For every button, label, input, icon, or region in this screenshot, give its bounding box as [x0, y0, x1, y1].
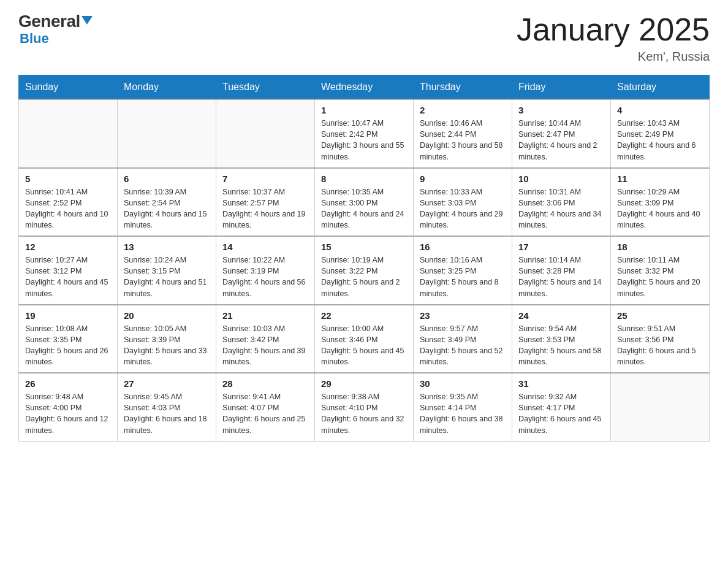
table-row: 18Sunrise: 10:11 AM Sunset: 3:32 PM Dayl…: [611, 236, 710, 305]
day-info: Sunrise: 10:27 AM Sunset: 3:12 PM Daylig…: [25, 255, 111, 299]
day-number: 16: [420, 242, 506, 252]
day-number: 13: [124, 242, 210, 252]
table-row: 4Sunrise: 10:43 AM Sunset: 2:49 PM Dayli…: [611, 99, 710, 168]
table-row: [118, 99, 216, 168]
page-header: General Blue January 2025 Kem', Russia: [18, 12, 710, 64]
day-info: Sunrise: 9:45 AM Sunset: 4:03 PM Dayligh…: [124, 391, 210, 436]
day-number: 24: [518, 310, 604, 321]
logo-triangle-icon: [82, 16, 93, 25]
table-row: 23Sunrise: 9:57 AM Sunset: 3:49 PM Dayli…: [414, 305, 512, 373]
day-info: Sunrise: 10:33 AM Sunset: 3:03 PM Daylig…: [420, 186, 506, 231]
table-row: 3Sunrise: 10:44 AM Sunset: 2:47 PM Dayli…: [512, 99, 611, 168]
day-info: Sunrise: 10:24 AM Sunset: 3:15 PM Daylig…: [124, 255, 210, 299]
table-row: 28Sunrise: 9:41 AM Sunset: 4:07 PM Dayli…: [216, 373, 315, 441]
day-number: 27: [124, 378, 210, 389]
table-row: 8Sunrise: 10:35 AM Sunset: 3:00 PM Dayli…: [315, 168, 414, 237]
day-info: Sunrise: 10:16 AM Sunset: 3:25 PM Daylig…: [420, 255, 506, 299]
day-number: 22: [321, 310, 407, 321]
day-number: 10: [518, 174, 604, 184]
day-number: 28: [222, 378, 308, 389]
day-info: Sunrise: 10:37 AM Sunset: 2:57 PM Daylig…: [222, 186, 308, 231]
table-row: 24Sunrise: 9:54 AM Sunset: 3:53 PM Dayli…: [512, 305, 611, 373]
header-sunday: Sunday: [19, 75, 118, 100]
day-info: Sunrise: 9:54 AM Sunset: 3:53 PM Dayligh…: [518, 323, 604, 368]
table-row: 9Sunrise: 10:33 AM Sunset: 3:03 PM Dayli…: [414, 168, 512, 237]
day-number: 29: [321, 378, 407, 389]
header-saturday: Saturday: [611, 75, 710, 100]
header-friday: Friday: [512, 75, 611, 100]
day-number: 2: [420, 105, 506, 115]
table-row: [611, 373, 710, 441]
table-row: 21Sunrise: 10:03 AM Sunset: 3:42 PM Dayl…: [216, 305, 315, 373]
day-info: Sunrise: 9:41 AM Sunset: 4:07 PM Dayligh…: [222, 391, 308, 436]
calendar-week-row: 12Sunrise: 10:27 AM Sunset: 3:12 PM Dayl…: [19, 236, 710, 305]
day-info: Sunrise: 10:47 AM Sunset: 2:42 PM Daylig…: [321, 118, 407, 163]
table-row: [19, 99, 118, 168]
table-row: 7Sunrise: 10:37 AM Sunset: 2:57 PM Dayli…: [216, 168, 315, 237]
table-row: 5Sunrise: 10:41 AM Sunset: 2:52 PM Dayli…: [19, 168, 118, 237]
day-number: 18: [617, 242, 703, 252]
day-info: Sunrise: 10:39 AM Sunset: 2:54 PM Daylig…: [124, 186, 210, 231]
table-row: 19Sunrise: 10:08 AM Sunset: 3:35 PM Dayl…: [19, 305, 118, 373]
day-number: 14: [222, 242, 308, 252]
table-row: 22Sunrise: 10:00 AM Sunset: 3:46 PM Dayl…: [315, 305, 414, 373]
day-number: 7: [222, 174, 308, 184]
day-info: Sunrise: 10:35 AM Sunset: 3:00 PM Daylig…: [321, 186, 407, 231]
table-row: 17Sunrise: 10:14 AM Sunset: 3:28 PM Dayl…: [512, 236, 611, 305]
logo-general-text: General: [18, 12, 93, 31]
day-info: Sunrise: 10:41 AM Sunset: 2:52 PM Daylig…: [25, 186, 111, 231]
calendar-week-row: 26Sunrise: 9:48 AM Sunset: 4:00 PM Dayli…: [19, 373, 710, 441]
day-info: Sunrise: 10:22 AM Sunset: 3:19 PM Daylig…: [222, 255, 308, 299]
calendar-subtitle: Kem', Russia: [517, 50, 710, 64]
calendar-week-row: 5Sunrise: 10:41 AM Sunset: 2:52 PM Dayli…: [19, 168, 710, 237]
table-row: 6Sunrise: 10:39 AM Sunset: 2:54 PM Dayli…: [118, 168, 216, 237]
table-row: 14Sunrise: 10:22 AM Sunset: 3:19 PM Dayl…: [216, 236, 315, 305]
header-wednesday: Wednesday: [315, 75, 414, 100]
title-section: January 2025 Kem', Russia: [517, 12, 710, 64]
day-info: Sunrise: 10:31 AM Sunset: 3:06 PM Daylig…: [518, 186, 604, 231]
day-number: 26: [25, 378, 111, 389]
table-row: 27Sunrise: 9:45 AM Sunset: 4:03 PM Dayli…: [118, 373, 216, 441]
day-info: Sunrise: 9:57 AM Sunset: 3:49 PM Dayligh…: [420, 323, 506, 368]
day-number: 31: [518, 378, 604, 389]
day-number: 8: [321, 174, 407, 184]
day-info: Sunrise: 10:44 AM Sunset: 2:47 PM Daylig…: [518, 118, 604, 163]
day-info: Sunrise: 9:48 AM Sunset: 4:00 PM Dayligh…: [25, 391, 111, 436]
day-info: Sunrise: 9:51 AM Sunset: 3:56 PM Dayligh…: [617, 323, 703, 368]
day-number: 21: [222, 310, 308, 321]
header-monday: Monday: [118, 75, 216, 100]
day-number: 9: [420, 174, 506, 184]
day-info: Sunrise: 10:05 AM Sunset: 3:39 PM Daylig…: [124, 323, 210, 368]
logo-blue-text: Blue: [20, 31, 49, 46]
table-row: 16Sunrise: 10:16 AM Sunset: 3:25 PM Dayl…: [414, 236, 512, 305]
day-info: Sunrise: 9:32 AM Sunset: 4:17 PM Dayligh…: [518, 391, 604, 436]
header-thursday: Thursday: [414, 75, 512, 100]
day-number: 5: [25, 174, 111, 184]
day-number: 30: [420, 378, 506, 389]
table-row: 10Sunrise: 10:31 AM Sunset: 3:06 PM Dayl…: [512, 168, 611, 237]
day-number: 25: [617, 310, 703, 321]
day-number: 6: [124, 174, 210, 184]
day-number: 11: [617, 174, 703, 184]
day-info: Sunrise: 10:46 AM Sunset: 2:44 PM Daylig…: [420, 118, 506, 163]
table-row: 13Sunrise: 10:24 AM Sunset: 3:15 PM Dayl…: [118, 236, 216, 305]
day-number: 12: [25, 242, 111, 252]
calendar-table: Sunday Monday Tuesday Wednesday Thursday…: [18, 75, 710, 442]
day-number: 3: [518, 105, 604, 115]
day-number: 20: [124, 310, 210, 321]
table-row: 29Sunrise: 9:38 AM Sunset: 4:10 PM Dayli…: [315, 373, 414, 441]
day-number: 1: [321, 105, 407, 115]
day-number: 23: [420, 310, 506, 321]
day-info: Sunrise: 10:00 AM Sunset: 3:46 PM Daylig…: [321, 323, 407, 368]
table-row: 31Sunrise: 9:32 AM Sunset: 4:17 PM Dayli…: [512, 373, 611, 441]
day-info: Sunrise: 10:29 AM Sunset: 3:09 PM Daylig…: [617, 186, 703, 231]
day-info: Sunrise: 10:03 AM Sunset: 3:42 PM Daylig…: [222, 323, 308, 368]
day-info: Sunrise: 9:38 AM Sunset: 4:10 PM Dayligh…: [321, 391, 407, 436]
table-row: 15Sunrise: 10:19 AM Sunset: 3:22 PM Dayl…: [315, 236, 414, 305]
calendar-title: January 2025: [517, 12, 710, 47]
calendar-week-row: 19Sunrise: 10:08 AM Sunset: 3:35 PM Dayl…: [19, 305, 710, 373]
calendar-week-row: 1Sunrise: 10:47 AM Sunset: 2:42 PM Dayli…: [19, 99, 710, 168]
table-row: 12Sunrise: 10:27 AM Sunset: 3:12 PM Dayl…: [19, 236, 118, 305]
day-info: Sunrise: 10:43 AM Sunset: 2:49 PM Daylig…: [617, 118, 703, 163]
table-row: 25Sunrise: 9:51 AM Sunset: 3:56 PM Dayli…: [611, 305, 710, 373]
